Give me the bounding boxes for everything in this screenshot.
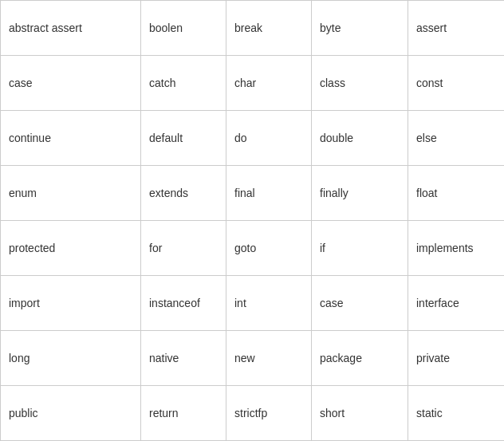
table-row: casecatchcharclassconst <box>1 56 505 111</box>
table-cell: static <box>408 386 505 441</box>
table-cell: instanceof <box>141 276 226 331</box>
keywords-table: abstract assertboolenbreakbyteassertcase… <box>0 0 504 441</box>
table-cell: char <box>226 56 312 111</box>
table-cell: const <box>408 56 505 111</box>
table-cell: enum <box>1 166 141 221</box>
table-cell: package <box>312 331 408 386</box>
table-cell: case <box>312 276 408 331</box>
table-cell: short <box>312 386 408 441</box>
table-cell: final <box>226 166 312 221</box>
table-row: publicreturnstrictfpshortstatic <box>1 386 505 441</box>
table-row: abstract assertboolenbreakbyteassert <box>1 1 505 56</box>
table-cell: interface <box>408 276 505 331</box>
table-cell: extends <box>141 166 226 221</box>
table-cell: for <box>141 221 226 276</box>
table-row: longnativenewpackageprivate <box>1 331 505 386</box>
table-cell: default <box>141 111 226 166</box>
table-row: enumextendsfinalfinallyfloat <box>1 166 505 221</box>
table-cell: continue <box>1 111 141 166</box>
table-row: protectedforgotoifimplements <box>1 221 505 276</box>
table-cell: protected <box>1 221 141 276</box>
table-cell: import <box>1 276 141 331</box>
table-cell: float <box>408 166 505 221</box>
table-cell: goto <box>226 221 312 276</box>
table-row: importinstanceofintcaseinterface <box>1 276 505 331</box>
table-cell: do <box>226 111 312 166</box>
table-cell: new <box>226 331 312 386</box>
table-cell: finally <box>312 166 408 221</box>
table-cell: case <box>1 56 141 111</box>
table-cell: if <box>312 221 408 276</box>
table-cell: byte <box>312 1 408 56</box>
table-cell: public <box>1 386 141 441</box>
table-cell: strictfp <box>226 386 312 441</box>
table-cell: private <box>408 331 505 386</box>
table-cell: boolen <box>141 1 226 56</box>
table-cell: implements <box>408 221 505 276</box>
table-cell: double <box>312 111 408 166</box>
table-cell: class <box>312 56 408 111</box>
table-cell: assert <box>408 1 505 56</box>
table-row: continuedefaultdodoubleelse <box>1 111 505 166</box>
table-cell: break <box>226 1 312 56</box>
table-cell: long <box>1 331 141 386</box>
table-cell: else <box>408 111 505 166</box>
table-cell: int <box>226 276 312 331</box>
table-cell: abstract assert <box>1 1 141 56</box>
table-cell: return <box>141 386 226 441</box>
table-cell: native <box>141 331 226 386</box>
table-cell: catch <box>141 56 226 111</box>
